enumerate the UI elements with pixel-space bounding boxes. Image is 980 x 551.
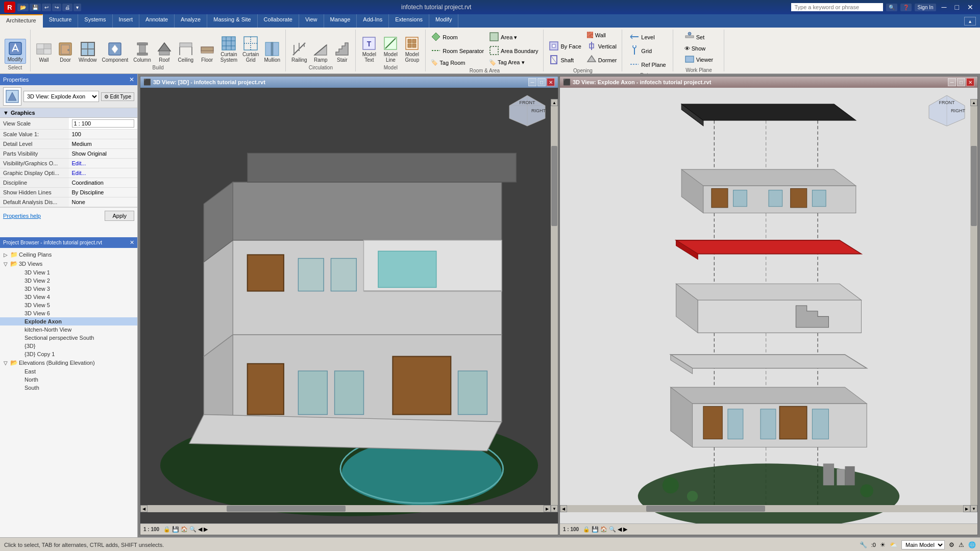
maximize-btn[interactable]: □ xyxy=(952,3,962,11)
tree-item-3d-view-2[interactable]: 3D View 2 xyxy=(0,277,137,285)
left-vscroll-up[interactable]: ▲ xyxy=(551,99,558,106)
tab-modify[interactable]: Modify xyxy=(429,14,458,28)
left-vt-minimize[interactable]: ─ xyxy=(528,78,536,86)
minimize-btn[interactable]: ─ xyxy=(939,3,949,11)
tree-item-3d-view-3[interactable]: 3D View 3 xyxy=(0,285,137,293)
right-vt-close[interactable]: ✕ xyxy=(966,78,974,86)
left-hscroll[interactable]: ◀ ▶ xyxy=(140,505,551,512)
status-icon-1[interactable]: 🔧 xyxy=(860,541,867,548)
tree-item-3d-views[interactable]: ▽ 📂 3D Views xyxy=(0,259,137,268)
left-vt-close[interactable]: ✕ xyxy=(547,78,555,86)
tab-analyze[interactable]: Analyze xyxy=(175,14,207,28)
view-scale-input[interactable] xyxy=(72,119,135,128)
ribbon-btn-by-face[interactable]: By Face xyxy=(547,40,583,53)
left-nav-cube[interactable]: FRONT RIGHT xyxy=(507,93,548,129)
ceiling-plans-expand[interactable]: ▷ xyxy=(2,252,9,258)
tree-item-elevations[interactable]: ▽ 📂 Elevations (Building Elevation) xyxy=(0,358,137,367)
graphics-section-header[interactable]: ▼ Graphics xyxy=(0,108,137,118)
ribbon-btn-vertical[interactable]: Vertical xyxy=(584,40,619,53)
tab-view[interactable]: View xyxy=(299,14,324,28)
ribbon-btn-ceiling[interactable]: Ceiling xyxy=(176,40,196,64)
left-viewport-canvas[interactable]: FRONT RIGHT ▲ ▼ ◀ xyxy=(140,88,558,523)
ribbon-btn-stair[interactable]: Stair xyxy=(332,40,352,64)
left-hscroll-right[interactable]: ▶ xyxy=(544,505,551,512)
ribbon-btn-level[interactable]: Level xyxy=(627,31,668,44)
tab-manage[interactable]: Manage xyxy=(324,14,357,28)
tree-item-3d-view-1[interactable]: 3D View 1 xyxy=(0,268,137,277)
ribbon-btn-door[interactable]: Door xyxy=(55,40,76,64)
left-hscroll-track[interactable] xyxy=(148,505,544,512)
left-vscroll-thumb[interactable] xyxy=(551,146,557,226)
model-selector[interactable]: Main Model xyxy=(901,540,945,549)
qa-print[interactable]: 🖨 xyxy=(62,4,72,11)
right-nav-cube[interactable]: FRONT RIGHT xyxy=(926,93,967,129)
ribbon-btn-component[interactable]: Component xyxy=(100,40,131,64)
status-icon-sun[interactable]: ☀ xyxy=(880,541,886,548)
tab-insert[interactable]: Insert xyxy=(113,14,140,28)
right-vt-minimize[interactable]: ─ xyxy=(948,78,956,86)
ribbon-btn-floor[interactable]: Floor xyxy=(197,40,217,64)
qa-more[interactable]: ▾ xyxy=(74,4,81,11)
ribbon-btn-tag-room[interactable]: 🏷️ Tag Room xyxy=(429,58,486,67)
qa-undo[interactable]: ↩ xyxy=(42,4,51,11)
right-vscroll-up[interactable]: ▲ xyxy=(970,99,977,106)
properties-help-link[interactable]: Properties help xyxy=(3,213,41,219)
ribbon-btn-dormer[interactable]: Dormer xyxy=(584,54,619,67)
left-vscroll[interactable]: ▲ ▼ xyxy=(551,99,558,512)
rvs-icon-6[interactable]: ▶ xyxy=(623,526,627,533)
ribbon-btn-curtain-grid[interactable]: CurtainGrid xyxy=(240,34,261,64)
tab-massing[interactable]: Massing & Site xyxy=(207,14,257,28)
ribbon-btn-set[interactable]: Set xyxy=(682,31,715,44)
ribbon-btn-wall[interactable]: Wall xyxy=(34,40,54,64)
ribbon-btn-area[interactable]: Area ▾ xyxy=(487,31,540,44)
ribbon-btn-modify[interactable]: Modify xyxy=(5,39,26,64)
ribbon-btn-curtain-system[interactable]: CurtainSystem xyxy=(218,34,239,64)
elevations-expand[interactable]: ▽ xyxy=(2,360,9,366)
status-icon-settings[interactable]: ⚙ xyxy=(949,541,954,548)
browser-close-btn[interactable]: ✕ xyxy=(130,239,134,246)
tree-item-3d-view-5[interactable]: 3D View 5 xyxy=(0,301,137,309)
right-hscroll-right[interactable]: ▶ xyxy=(963,505,970,512)
tree-item-explode-axon[interactable]: Explode Axon xyxy=(0,317,137,325)
ribbon-btn-viewer[interactable]: Viewer xyxy=(682,53,715,66)
vs-icon-6[interactable]: ▶ xyxy=(204,526,208,533)
ribbon-collapse-btn[interactable]: ▴ xyxy=(964,17,976,26)
ribbon-btn-column[interactable]: Column xyxy=(131,40,153,64)
prop-val-graphic-display[interactable]: Edit... xyxy=(69,168,138,178)
left-vscroll-down[interactable]: ▼ xyxy=(551,505,558,512)
rvs-icon-5[interactable]: ◀ xyxy=(618,526,622,533)
tree-item-north[interactable]: North xyxy=(0,375,137,384)
left-hscroll-thumb[interactable] xyxy=(227,506,346,512)
left-hscroll-left[interactable]: ◀ xyxy=(140,505,148,512)
tab-extensions[interactable]: Extensions xyxy=(389,14,429,28)
close-btn[interactable]: ✕ xyxy=(965,3,976,11)
right-vscroll-thumb[interactable] xyxy=(971,146,977,226)
left-vscroll-track[interactable] xyxy=(551,106,558,505)
tab-structure[interactable]: Structure xyxy=(43,14,79,28)
tab-architecture[interactable]: Architecture xyxy=(0,14,43,28)
right-hscroll-left[interactable]: ◀ xyxy=(560,505,567,512)
prop-val-visibility-graphics[interactable]: Edit... xyxy=(69,159,138,168)
ribbon-btn-wall-opening[interactable]: 🧱 Wall xyxy=(584,31,619,39)
right-hscroll[interactable]: ◀ ▶ xyxy=(560,505,970,512)
ribbon-btn-room[interactable]: Room xyxy=(429,31,486,44)
ribbon-btn-area-boundary[interactable]: Area Boundary xyxy=(487,44,540,58)
right-hscroll-track[interactable] xyxy=(567,505,963,512)
tab-annotate[interactable]: Annotate xyxy=(139,14,175,28)
sign-in-btn[interactable]: Sign In xyxy=(915,4,936,11)
left-vt-restore[interactable]: □ xyxy=(537,78,546,86)
tree-item-3d-view-6[interactable]: 3D View 6 xyxy=(0,309,137,317)
ribbon-btn-grid[interactable]: Grid xyxy=(627,44,668,58)
prop-val-view-scale[interactable] xyxy=(69,118,138,130)
ribbon-btn-window[interactable]: Window xyxy=(77,40,99,64)
ribbon-btn-railing[interactable]: Railing xyxy=(289,40,309,64)
tree-item-south[interactable]: South xyxy=(0,384,137,392)
ribbon-btn-model-group[interactable]: ModelGroup xyxy=(402,34,422,64)
tree-item-3d-view-4[interactable]: 3D View 4 xyxy=(0,293,137,301)
status-icon-warning[interactable]: ⚠ xyxy=(959,541,964,548)
right-vscroll[interactable]: ▲ ▼ xyxy=(970,99,977,512)
tree-item-sectional-persp[interactable]: Sectional perspective South xyxy=(0,334,137,342)
ribbon-btn-ref-plane[interactable]: Ref Plane xyxy=(627,58,668,71)
right-vt-restore[interactable]: □ xyxy=(957,78,965,86)
rvs-icon-1[interactable]: 🔒 xyxy=(583,526,590,533)
